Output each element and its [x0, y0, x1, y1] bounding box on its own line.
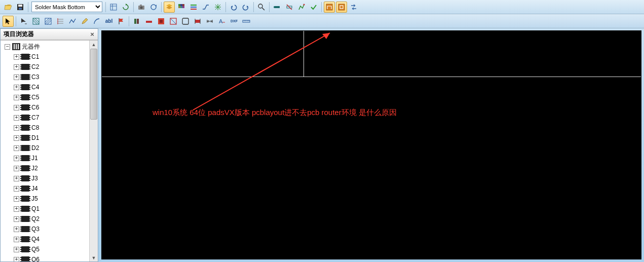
tree-item[interactable]: +D2: [2, 143, 89, 153]
undo-button[interactable]: [228, 2, 239, 13]
swap-button[interactable]: [348, 2, 359, 13]
keepout-tool[interactable]: [168, 16, 179, 27]
expand-icon[interactable]: +: [14, 227, 19, 232]
abl-tool[interactable]: abI: [103, 16, 115, 27]
move-tool[interactable]: [18, 16, 29, 27]
layers-button[interactable]: [164, 2, 175, 13]
redo-button[interactable]: [240, 2, 251, 13]
flag-tool[interactable]: [116, 16, 127, 27]
router-button-2[interactable]: [336, 2, 347, 13]
expand-icon[interactable]: +: [14, 95, 19, 100]
open-file-button[interactable]: [3, 2, 14, 13]
component-icon: [21, 125, 29, 131]
dxf-tool[interactable]: DXF: [229, 16, 240, 27]
expand-icon[interactable]: +: [14, 206, 19, 212]
expand-icon[interactable]: +: [14, 176, 19, 181]
ratsnest-button[interactable]: [212, 2, 223, 13]
drc-button[interactable]: [296, 2, 307, 13]
tree-scrollbar[interactable]: ▲ ▼: [89, 41, 98, 261]
zoom-button[interactable]: [256, 2, 267, 13]
library-tool[interactable]: [131, 16, 142, 27]
copper-tool[interactable]: [156, 16, 167, 27]
expand-icon[interactable]: +: [14, 196, 19, 202]
expand-icon[interactable]: +: [14, 237, 19, 242]
tree-item-label: Q4: [31, 236, 40, 243]
route-button[interactable]: [200, 2, 211, 13]
expand-icon[interactable]: +: [14, 186, 19, 192]
hatch-tool-3[interactable]: [55, 16, 66, 27]
panel-close-button[interactable]: ×: [89, 31, 96, 38]
component-tool[interactable]: [192, 16, 203, 27]
expand-icon[interactable]: +: [14, 135, 19, 141]
edit-tool[interactable]: [79, 16, 90, 27]
refresh-button[interactable]: [120, 2, 131, 13]
tree-item[interactable]: +C1: [2, 52, 89, 62]
tree-item[interactable]: +C7: [2, 113, 89, 123]
component-tree[interactable]: − 元器件 +C1+C2+C3+C4+C5+C6+C7+C8+D1+D2+J1+…: [1, 41, 89, 261]
board-outline-tool[interactable]: [180, 16, 191, 27]
scroll-thumb[interactable]: [90, 49, 97, 120]
expand-icon[interactable]: +: [14, 166, 19, 171]
polyline-tool[interactable]: [67, 16, 78, 27]
expand-icon[interactable]: +: [14, 115, 19, 121]
tree-item[interactable]: +Q2: [2, 214, 89, 224]
tree-item[interactable]: +C2: [2, 62, 89, 72]
expand-icon[interactable]: +: [14, 257, 19, 262]
expand-icon[interactable]: +: [14, 64, 19, 70]
tree-item[interactable]: +D1: [2, 133, 89, 143]
tree-item[interactable]: +Q4: [2, 234, 89, 244]
save-button[interactable]: [15, 2, 26, 13]
net-color-button[interactable]: [188, 2, 199, 13]
router-button-1[interactable]: [324, 2, 335, 13]
tree-item[interactable]: +J1: [2, 153, 89, 163]
tree-item[interactable]: +C3: [2, 72, 89, 82]
text-tool[interactable]: A: [216, 16, 228, 27]
design-canvas[interactable]: win10系统 64位 padsVX版本 pcblayout进不去pcb rou…: [101, 30, 641, 259]
tree-item-label: C1: [31, 53, 39, 60]
arc-tool[interactable]: [91, 16, 102, 27]
component-icon: [21, 216, 29, 222]
dimension-tool[interactable]: [204, 16, 215, 27]
tree-item[interactable]: +C6: [2, 102, 89, 113]
collapse-icon[interactable]: −: [5, 44, 10, 50]
hatch-tool-2[interactable]: [43, 16, 54, 27]
cycle-button[interactable]: [148, 2, 159, 13]
net-highlight-button[interactable]: [272, 2, 283, 13]
hatch-tool-1[interactable]: [30, 16, 42, 27]
tree-item[interactable]: +Q3: [2, 224, 89, 234]
layer-select[interactable]: Solder Mask Bottom: [31, 2, 102, 12]
tree-item[interactable]: +Q6: [2, 254, 89, 261]
tree-item[interactable]: +J2: [2, 163, 89, 173]
tree-item[interactable]: +J5: [2, 194, 89, 204]
tree-item[interactable]: +Q1: [2, 204, 89, 214]
expand-icon[interactable]: +: [14, 74, 19, 80]
expand-icon[interactable]: +: [14, 145, 19, 151]
tree-item[interactable]: +J4: [2, 183, 89, 194]
svg-rect-31: [338, 4, 345, 10]
tree-root-row[interactable]: − 元器件: [2, 42, 89, 52]
scroll-down-arrow[interactable]: ▼: [90, 254, 98, 261]
properties-button[interactable]: [108, 2, 119, 13]
expand-icon[interactable]: +: [14, 85, 19, 90]
tree-item[interactable]: +Q5: [2, 244, 89, 254]
expand-icon[interactable]: +: [14, 156, 19, 161]
expand-icon[interactable]: +: [14, 216, 19, 222]
delete-tool[interactable]: [143, 16, 155, 27]
clear-highlight-button[interactable]: [284, 2, 295, 13]
expand-icon[interactable]: +: [14, 105, 19, 110]
toolbar-separator: [133, 2, 134, 12]
tree-item[interactable]: +C8: [2, 123, 89, 133]
grid-color-button[interactable]: [176, 2, 187, 13]
select-tool[interactable]: [3, 16, 14, 27]
expand-icon[interactable]: +: [14, 247, 19, 252]
tree-item[interactable]: +C5: [2, 92, 89, 102]
tree-item[interactable]: +C4: [2, 82, 89, 92]
expand-icon[interactable]: +: [14, 54, 19, 60]
tree-item[interactable]: +J3: [2, 173, 89, 183]
scroll-up-arrow[interactable]: ▲: [90, 41, 98, 48]
measure-tool[interactable]: [241, 16, 252, 27]
expand-icon[interactable]: +: [14, 125, 19, 131]
check-button[interactable]: [308, 2, 319, 13]
svg-rect-8: [140, 5, 142, 6]
camera-icon[interactable]: [136, 2, 147, 13]
